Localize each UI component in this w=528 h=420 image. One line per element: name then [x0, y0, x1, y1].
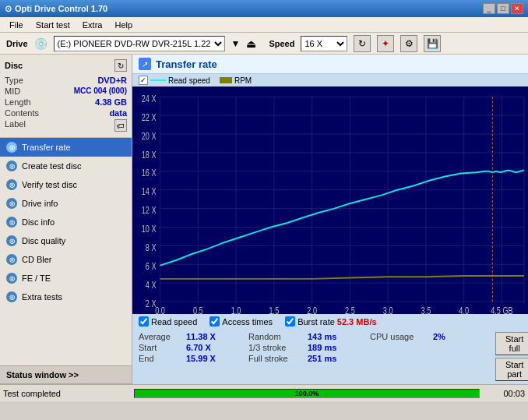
status-window-label: Status window >>	[6, 370, 79, 379]
status-window-button[interactable]: Status window >>	[0, 365, 132, 384]
stats-1-3-stroke-label: 1/3 stroke	[248, 343, 303, 352]
drive-label: Drive	[6, 39, 28, 48]
speed-label: Speed	[269, 39, 294, 48]
minimize-button[interactable]: _	[483, 3, 495, 14]
drive-select[interactable]: (E:) PIONEER DVD-RW DVR-215L 1.22	[54, 36, 225, 51]
disc-mid-row: MID MCC 004 (000)	[5, 86, 127, 97]
nav-disc-quality-label: Disc quality	[22, 236, 65, 245]
svg-text:2.0: 2.0	[307, 305, 317, 314]
drive-bar: Drive 💿 (E:) PIONEER DVD-RW DVR-215L 1.2…	[0, 33, 528, 55]
menu-extra[interactable]: Extra	[76, 19, 109, 31]
sidebar: Disc ↻ Type DVD+R MID MCC 004 (000) Leng…	[0, 55, 132, 384]
burst-rate-checkbox-input[interactable]	[285, 316, 295, 326]
drive-info-icon: ◎	[6, 198, 17, 209]
nav-disc-quality[interactable]: ◎ Disc quality	[0, 231, 132, 250]
drive-icon: 💿	[34, 37, 48, 50]
menu-file[interactable]: File	[3, 19, 30, 31]
refresh-button[interactable]: ↻	[354, 35, 371, 52]
speed-select[interactable]: 16 X	[301, 36, 347, 51]
stats-start-value: 6.70 X	[186, 343, 233, 352]
disc-info-icon: ◎	[6, 217, 17, 228]
read-speed-check-label: Read speed	[151, 317, 197, 326]
svg-text:12 X: 12 X	[142, 205, 157, 215]
burst-rate-value: 52.3 MB/s	[337, 317, 377, 326]
transfer-rate-icon: ◎	[6, 142, 17, 153]
transfer-rate-title: Transfer rate	[156, 58, 217, 70]
nav-create-test-disc[interactable]: ◎ Create test disc	[0, 157, 132, 175]
test-completed-label: Test completed	[3, 389, 128, 398]
disc-label-button[interactable]: 🏷	[114, 119, 127, 132]
disc-contents-label: Contents	[5, 108, 39, 118]
nav-verify-test-disc-label: Verify test disc	[22, 180, 77, 189]
nav-cd-bler[interactable]: ◎ CD Bler	[0, 250, 132, 269]
title-bar: ⊙ Opti Drive Control 1.70 _ □ ✕	[0, 0, 528, 17]
burst-rate-check-label: Burst rate	[297, 317, 335, 326]
read-speed-checkbox[interactable]: ✓	[139, 76, 148, 85]
svg-text:6 X: 6 X	[146, 261, 157, 271]
title-bar-left: ⊙ Opti Drive Control 1.70	[5, 4, 107, 14]
nav-extra-tests[interactable]: ◎ Extra tests	[0, 288, 132, 306]
disc-title: Disc	[5, 61, 23, 70]
disc-type-label: Type	[5, 76, 23, 85]
svg-text:4.5 GB: 4.5 GB	[491, 305, 512, 314]
svg-text:24 X: 24 X	[142, 94, 157, 104]
disc-length-value: 4.38 GB	[95, 97, 127, 107]
disc-contents-value: data	[109, 108, 127, 118]
maximize-button[interactable]: □	[497, 3, 509, 14]
nav-verify-test-disc[interactable]: ◎ Verify test disc	[0, 175, 132, 194]
stats-cpu-value: 2%	[433, 332, 480, 341]
close-button[interactable]: ✕	[511, 3, 523, 14]
stats-1-3-stroke-value: 189 ms	[308, 343, 354, 352]
svg-text:20 X: 20 X	[142, 130, 157, 140]
nav-fe-te-label: FE / TE	[22, 274, 51, 283]
stats-random-value: 143 ms	[308, 332, 354, 341]
settings-button[interactable]: ⚙	[400, 35, 417, 52]
read-speed-checkbox-input[interactable]	[139, 316, 149, 326]
legend-rpm: RPM	[220, 76, 252, 85]
extra-tests-icon: ◎	[6, 291, 17, 302]
nav-extra-tests-label: Extra tests	[22, 292, 62, 302]
disc-panel: Disc ↻ Type DVD+R MID MCC 004 (000) Leng…	[0, 55, 132, 138]
window-controls: _ □ ✕	[483, 3, 523, 14]
transfer-rate-header: ↗ Transfer rate	[132, 55, 528, 74]
svg-text:8 X: 8 X	[146, 242, 157, 252]
svg-text:22 X: 22 X	[142, 112, 157, 122]
erase-button[interactable]: ✦	[377, 35, 394, 52]
stats-left: Average 11.38 X Start 6.70 X End 15.99 X	[139, 332, 233, 363]
stats-middle: Random 143 ms 1/3 stroke 189 ms Full str…	[248, 332, 354, 363]
start-full-button[interactable]: Start full	[495, 332, 528, 355]
nav-create-test-disc-label: Create test disc	[22, 161, 81, 171]
app-icon: ⊙	[5, 4, 12, 14]
arrow-icon: ▼	[231, 38, 241, 49]
eject-icon[interactable]: ⏏	[246, 37, 256, 50]
stats-area: Average 11.38 X Start 6.70 X End 15.99 X…	[132, 329, 528, 384]
create-test-disc-icon: ◎	[6, 161, 17, 171]
start-part-button[interactable]: Start part	[495, 358, 528, 381]
stats-random-label: Random	[248, 332, 303, 341]
access-times-check-group: Access times	[209, 316, 273, 326]
svg-text:0.0: 0.0	[155, 305, 165, 314]
stats-buttons: Start full Start part	[495, 332, 528, 381]
nav-fe-te[interactable]: ◎ FE / TE	[0, 269, 132, 288]
nav-transfer-rate[interactable]: ◎ Transfer rate	[0, 138, 132, 157]
stats-start-row: Start 6.70 X	[139, 343, 233, 352]
nav-disc-info[interactable]: ◎ Disc info	[0, 213, 132, 231]
nav-drive-info[interactable]: ◎ Drive info	[0, 194, 132, 213]
menu-start-test[interactable]: Start test	[30, 19, 76, 31]
bottom-bar: Test completed 100.0% 00:03	[0, 384, 528, 401]
disc-type-value: DVD+R	[97, 76, 127, 85]
disc-quality-icon: ◎	[6, 235, 17, 246]
stats-random-row: Random 143 ms	[248, 332, 354, 341]
menu-help[interactable]: Help	[108, 19, 139, 31]
stats-average-label: Average	[139, 332, 181, 341]
access-times-checkbox-input[interactable]	[209, 316, 220, 326]
disc-mid-label: MID	[5, 86, 20, 96]
menu-bar: File Start test Extra Help	[0, 17, 528, 33]
legend-area: ✓ Read speed RPM	[132, 74, 528, 86]
save-button[interactable]: 💾	[424, 35, 441, 52]
svg-text:4.0: 4.0	[459, 305, 469, 314]
app-title: Opti Drive Control 1.70	[15, 4, 107, 13]
disc-refresh-button[interactable]: ↻	[114, 59, 127, 72]
svg-text:3.5: 3.5	[421, 305, 431, 314]
access-times-check-label: Access times	[222, 317, 273, 326]
